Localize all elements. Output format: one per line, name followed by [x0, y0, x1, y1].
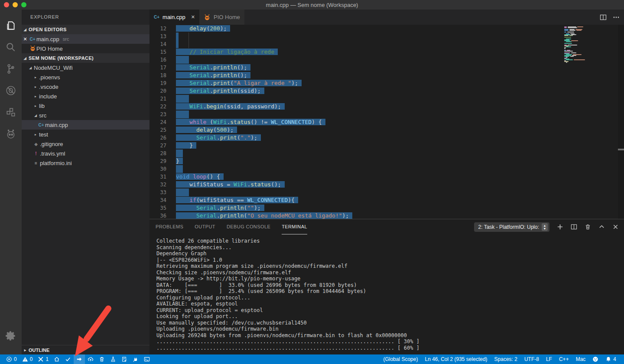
statusbar-keymap[interactable]: Mac: [572, 354, 589, 364]
minimap-segment: [564, 37, 571, 38]
debug-icon[interactable]: [0, 80, 22, 101]
tree-item-label: include: [39, 93, 57, 100]
statusbar-eol[interactable]: LF: [543, 354, 556, 364]
code-line: [176, 32, 624, 40]
tree-item-nodemcu-wifi[interactable]: ◢NodeMCU_Wifi: [22, 63, 150, 72]
statusbar-pio-test[interactable]: [107, 354, 119, 364]
cpp-file-icon: C+: [37, 123, 45, 127]
open-editor-label: main.cpp: [36, 36, 59, 42]
split-editor-icon[interactable]: [600, 14, 607, 21]
tree-item-test[interactable]: ▸test: [22, 130, 150, 139]
selected-code: Serial.println();: [176, 72, 250, 78]
overview-ruler[interactable]: [618, 25, 624, 219]
tree-item-main-cpp[interactable]: C+main.cpp: [22, 120, 150, 130]
tab-output[interactable]: OUTPUT: [195, 219, 215, 234]
tab-problems[interactable]: PROBLEMS: [156, 219, 183, 234]
tree-item-label: .pioenvs: [39, 74, 60, 81]
minimap-segment: [576, 30, 582, 31]
code-line: [176, 56, 624, 64]
minimap[interactable]: [562, 25, 618, 68]
pio-ant-icon: [204, 14, 211, 21]
error-circle-icon: [6, 356, 12, 362]
maximize-panel-icon[interactable]: [598, 224, 605, 230]
minimap-segment: [564, 27, 567, 28]
selected-code: delay(200);: [176, 25, 230, 32]
open-editors-header[interactable]: ◢ OPEN EDITORS: [22, 25, 150, 34]
statusbar-pio-home[interactable]: [51, 354, 62, 364]
statusbar-pio-task-runner[interactable]: [119, 354, 130, 364]
search-icon[interactable]: [0, 36, 22, 58]
split-terminal-icon[interactable]: [571, 224, 577, 230]
kill-terminal-trash-icon[interactable]: [585, 224, 591, 230]
statusbar-pio-remote-upload[interactable]: [85, 354, 96, 364]
close-editor-icon[interactable]: ✕: [22, 36, 29, 42]
close-tab-icon[interactable]: ✕: [191, 14, 195, 20]
more-actions-icon[interactable]: [613, 14, 620, 21]
line-number: 34: [150, 196, 176, 204]
tab-debug-console[interactable]: DEBUG CONSOLE: [227, 219, 270, 234]
tree-item-src[interactable]: ◢src: [22, 110, 150, 120]
statusbar-pio-upload[interactable]: [74, 354, 85, 364]
line-number: 25: [150, 126, 176, 134]
tree-item-include[interactable]: ▸include: [22, 91, 150, 101]
tree-item-lib[interactable]: ▸lib: [22, 101, 150, 110]
terminal-line: Scanning dependencies...: [156, 244, 624, 251]
statusbar-pio-serial-monitor[interactable]: [130, 354, 141, 364]
statusbar-scope[interactable]: (Global Scope): [380, 354, 421, 364]
settings-gear-icon[interactable]: [0, 325, 22, 347]
line-number: 12: [150, 25, 176, 32]
tab-main-cpp[interactable]: C+ main.cpp ✕: [150, 10, 199, 25]
tree-item--pioenvs[interactable]: ▸.pioenvs: [22, 72, 150, 82]
status-bar: 001 (Global Scope)Ln 46, Col 2 (935 sele…: [0, 354, 624, 364]
line-number: 24: [150, 118, 176, 126]
statusbar-cursor-position[interactable]: Ln 46, Col 2 (935 selected): [421, 354, 491, 364]
workspace-header[interactable]: ◢ SEM NOME (WORKSPACE): [22, 53, 150, 63]
tab-terminal[interactable]: TERMINAL: [282, 219, 307, 234]
statusbar-notifications[interactable]: 4: [602, 354, 620, 364]
statusbar-encoding[interactable]: UTF-8: [521, 354, 543, 364]
minimap-segment: [564, 30, 569, 31]
source-control-icon[interactable]: [0, 58, 22, 80]
open-editor-item[interactable]: PIO Home: [22, 44, 150, 53]
code-line: [176, 110, 624, 118]
extensions-icon[interactable]: [0, 101, 22, 123]
editor-tab-bar: C+ main.cpp ✕ PIO Home: [150, 10, 624, 25]
tree-item-label: NodeMCU_Wifi: [34, 65, 73, 71]
open-editor-item[interactable]: ✕C+main.cppsrc: [22, 34, 150, 44]
tree-item-platformio-ini[interactable]: ≡platformio.ini: [22, 158, 150, 168]
line-number: 28: [150, 150, 176, 157]
code-editor[interactable]: 1213141516171819202122232425262728293031…: [150, 25, 624, 219]
statusbar-language-mode[interactable]: C++: [556, 354, 572, 364]
tab-pio-home[interactable]: PIO Home: [199, 10, 244, 25]
tree-item--gitignore[interactable]: ◆.gitignore: [22, 139, 150, 149]
platformio-icon[interactable]: [0, 123, 22, 145]
terminal-line: ........................................…: [156, 345, 624, 351]
tree-item--vscode[interactable]: ▸.vscode: [22, 82, 150, 91]
statusbar-pio-terminal[interactable]: [141, 354, 153, 364]
terminal-picker-dropdown[interactable]: 2: Task - PlatformIO: Uplo: ▲▼: [474, 222, 550, 232]
explorer-icon[interactable]: [0, 15, 22, 36]
chevron-expanded-icon: ◢: [27, 66, 34, 70]
selected-newline: [176, 40, 179, 48]
statusbar-pio-tasks[interactable]: 1: [35, 354, 51, 364]
statusbar-pio-build[interactable]: [62, 354, 74, 364]
close-panel-icon[interactable]: [612, 224, 619, 230]
minimap-segment: [564, 32, 566, 32]
pio-ant-icon: [29, 45, 36, 52]
travis-file-icon: !: [32, 151, 40, 156]
selected-newline: [176, 110, 189, 118]
statusbar-errors[interactable]: 0: [3, 354, 20, 364]
terminal-output[interactable]: Collected 26 compatible librariesScannin…: [150, 234, 624, 354]
statusbar-feedback[interactable]: [589, 354, 602, 364]
outline-header[interactable]: ▸ OUTLINE: [22, 345, 150, 354]
code-area: delay(200); // Iniciar ligação à rede Se…: [176, 25, 624, 219]
tree-item--travis-yml[interactable]: !.travis.yml: [22, 149, 150, 158]
bottom-panel: PROBLEMS OUTPUT DEBUG CONSOLE TERMINAL 2…: [150, 219, 624, 354]
statusbar-indentation[interactable]: Spaces: 2: [491, 354, 521, 364]
new-terminal-icon[interactable]: [557, 224, 563, 230]
statusbar-pio-clean[interactable]: [96, 354, 107, 364]
minimap-segment: [569, 35, 573, 36]
statusbar-warnings[interactable]: 0: [20, 354, 36, 364]
code-line: }: [176, 157, 624, 165]
code-line: [176, 165, 624, 173]
